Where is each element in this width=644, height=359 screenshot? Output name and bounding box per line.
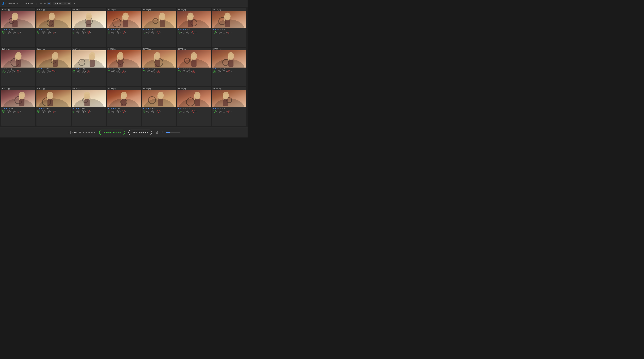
decisions-row[interactable]: ✓ 0 ↻ 0 ● 0 ✕ 1 [177, 70, 211, 74]
image-card[interactable]: IMG06.jpg ★★★★★ [3.0] [36, 8, 70, 47]
reject-decision[interactable]: ✕ [122, 70, 125, 73]
decisions-row[interactable]: ✓ 1 ↻ 0 ● 0 ✕ 0 [72, 70, 106, 74]
decisions-row[interactable]: ✓ 1 ↻ 0 ● 0 ✕ 0 [2, 109, 36, 113]
present-button[interactable]: ▷ Present [24, 2, 33, 5]
decisions-row[interactable]: ✓ 0 ↻ 0 ● 1 ✕ 0 [212, 30, 246, 34]
accept-decision[interactable]: ✓ [2, 110, 5, 113]
select-all-checkbox[interactable] [68, 131, 71, 134]
accept-decision[interactable]: ✓ [143, 70, 146, 73]
loop-decision[interactable]: ↻ [148, 110, 150, 113]
filter-star-4[interactable]: ★ [91, 131, 93, 134]
decisions-row[interactable]: ✓ 0 ↻ 0 ● 0 ✕ 1 [72, 30, 106, 34]
neutral-decision[interactable]: ● [47, 70, 50, 73]
neutral-decision[interactable]: ● [223, 31, 226, 33]
reject-decision[interactable]: ✕ [122, 110, 125, 113]
accept-decision[interactable]: ✓ [37, 110, 40, 113]
reject-decision[interactable]: ✕ [87, 110, 90, 113]
reject-decision[interactable]: ✕ [228, 70, 230, 73]
loop-decision[interactable]: ↻ [112, 31, 115, 33]
neutral-decision[interactable]: ● [188, 31, 190, 33]
accept-decision[interactable]: ✓ [178, 31, 180, 33]
loop-decision[interactable]: ↻ [182, 110, 185, 113]
image-card[interactable]: IMG11.jpg ★★★★★ [4.0] [142, 8, 176, 47]
image-card[interactable]: IMG35.jpg ★★★★★ [1.0] [142, 48, 176, 86]
decisions-row[interactable]: ✓ 0 ↻ 0 ● 1 ✕ 1 [212, 109, 246, 113]
submit-decision-button[interactable]: Submit Decision [99, 130, 125, 135]
reject-decision[interactable]: ✕ [157, 70, 160, 73]
reject-decision[interactable]: ✕ [17, 70, 20, 73]
loop-decision[interactable]: ↻ [218, 110, 220, 113]
image-card[interactable]: IMG20.jpg ★★★★★ [1.0] [2, 48, 36, 86]
decisions-row[interactable]: ✓ 0 ↻ 0 ● 1 ✕ 0 [177, 109, 211, 113]
accept-decision[interactable]: ✓ [37, 31, 40, 33]
collaborators-button[interactable]: 👤 Collaborators [2, 2, 18, 5]
decisions-row[interactable]: ✓ 0 ↻ 1 ● 0 ✕ 0 [72, 109, 106, 113]
filter-star-1[interactable]: ★ [82, 131, 85, 134]
loop-decision[interactable]: ↻ [42, 70, 45, 73]
reject-decision[interactable]: ✕ [228, 31, 230, 33]
neutral-decision[interactable]: ● [82, 70, 85, 73]
reject-decision[interactable]: ✕ [52, 110, 54, 113]
loop-decision[interactable]: ↻ [112, 110, 115, 113]
decisions-row[interactable]: ✓ 1 ↻ 0 ● 0 ✕ 0 [107, 109, 141, 113]
decisions-row[interactable]: ✓ 1 ↻ 0 ● 0 ✕ 0 [107, 30, 141, 34]
neutral-decision[interactable]: ● [188, 110, 190, 113]
decisions-row[interactable]: ✓ 0 ↻ 1 ● 0 ✕ 0 [36, 70, 70, 74]
loop-decision[interactable]: ↻ [148, 31, 150, 33]
image-card[interactable]: IMG17.jpg ★★★★★ [5.0] [177, 8, 211, 47]
neutral-decision[interactable]: ● [188, 70, 190, 73]
image-card[interactable]: IMG55.jpg ★★★★★ [2.0] [177, 87, 211, 126]
image-card[interactable]: IMG09.jpg ★★★★★ [2.0] [72, 8, 106, 47]
decisions-row[interactable]: ✓ 1 ↻ 0 ● 0 ✕ 0 [177, 30, 211, 34]
neutral-decision[interactable]: ● [12, 70, 14, 73]
accept-decision[interactable]: ✓ [108, 110, 110, 113]
view-grid-large[interactable]: ⊟ [47, 2, 51, 5]
neutral-decision[interactable]: ● [12, 110, 14, 113]
decisions-row[interactable]: ✓ 0 ↻ 0 ● 1 ✕ 0 [107, 70, 141, 74]
reject-decision[interactable]: ✕ [17, 31, 20, 33]
decisions-row[interactable]: ✓ 1 ↻ 0 ● 0 ✕ 0 [2, 30, 36, 34]
reject-decision[interactable]: ✕ [192, 110, 195, 113]
image-card[interactable]: IMG44.jpg ★★★★★ [4.0] [36, 87, 70, 126]
image-card[interactable]: IMG52.jpg ★★★★★ [4.0] [142, 87, 176, 126]
decisions-row[interactable]: ✓ 1 ↻ 0 ● 0 ✕ 0 [36, 109, 70, 113]
add-comment-button[interactable]: Add Comment [128, 130, 152, 135]
loop-decision[interactable]: ↻ [148, 70, 150, 73]
accept-decision[interactable]: ✓ [143, 110, 146, 113]
image-card[interactable]: IMG21.jpg ★★★★★ [3.0] [36, 48, 70, 86]
download-icon[interactable]: ⬇ [161, 131, 163, 134]
accept-decision[interactable]: ✓ [213, 110, 216, 113]
reject-decision[interactable]: ✕ [52, 70, 54, 73]
next-file-button[interactable]: ▶ [68, 2, 70, 4]
neutral-decision[interactable]: ● [117, 31, 120, 33]
loop-decision[interactable]: ↻ [7, 110, 10, 113]
accept-decision[interactable]: ✓ [213, 31, 216, 33]
loop-decision[interactable]: ↻ [77, 110, 80, 113]
decisions-row[interactable]: ✓ 0 ↻ 1 ● 0 ✕ 0 [142, 30, 176, 34]
accept-decision[interactable]: ✓ [72, 31, 75, 33]
accept-decision[interactable]: ✓ [213, 70, 216, 73]
image-card[interactable]: IMG19.jpg ★★★★★ [4.0] [212, 8, 246, 47]
reject-decision[interactable]: ✕ [157, 31, 160, 33]
reject-decision[interactable]: ✕ [87, 31, 90, 33]
image-card[interactable]: IMG37.jpg ★★★★★ [1.0] [177, 48, 211, 86]
image-card[interactable]: IMG39.jpg ★★★★★ [4.0] [212, 48, 246, 86]
image-card[interactable]: IMG56.jpg ★★★★★ [4.0] [212, 87, 246, 126]
reject-decision[interactable]: ✕ [192, 70, 195, 73]
neutral-decision[interactable]: ● [117, 70, 120, 73]
reject-decision[interactable]: ✕ [157, 110, 160, 113]
image-card[interactable]: IMG49.jpg ★★★★★ [5.0] [107, 87, 141, 126]
filter-star-5[interactable]: ★ [94, 131, 96, 134]
accept-decision[interactable]: ✓ [143, 31, 146, 33]
loop-decision[interactable]: ↻ [182, 70, 185, 73]
image-card[interactable]: IMG22.jpg ★★★★★ [5.0] [72, 48, 106, 86]
accept-decision[interactable]: ✓ [2, 70, 5, 73]
neutral-decision[interactable]: ● [152, 110, 155, 113]
accept-decision[interactable]: ✓ [178, 70, 180, 73]
loop-decision[interactable]: ↻ [218, 70, 220, 73]
accept-decision[interactable]: ✓ [108, 70, 110, 73]
reject-decision[interactable]: ✕ [228, 110, 230, 113]
image-card[interactable]: IMG45.jpg ★★★★★ [4.0] [72, 87, 106, 126]
neutral-decision[interactable]: ● [223, 110, 226, 113]
reject-decision[interactable]: ✕ [52, 31, 54, 33]
